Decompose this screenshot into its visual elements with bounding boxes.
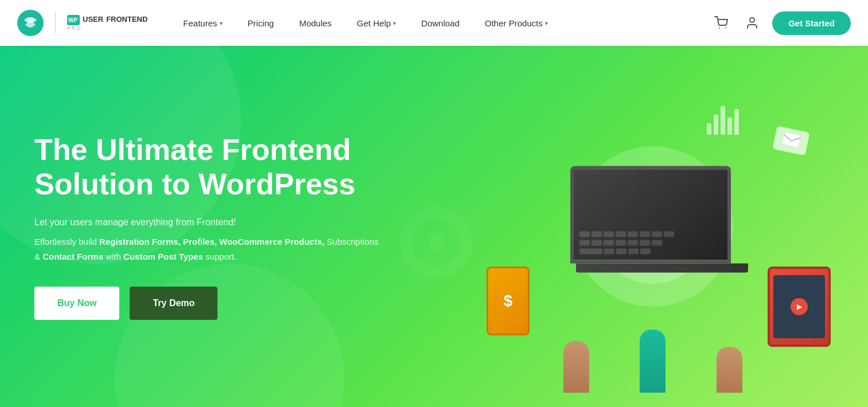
hands-area	[538, 324, 768, 393]
phone-device-left: $	[486, 267, 530, 335]
svg-point-5	[750, 18, 754, 22]
chart-decoration	[707, 106, 739, 135]
dollar-icon: $	[504, 292, 513, 310]
hand-right	[717, 347, 742, 393]
hero-content: The Ultimate Frontend Solution to WordPr…	[0, 133, 413, 320]
tablet-play-icon: ▶	[791, 298, 808, 315]
hero-subtitle: Let your users manage everything from Fr…	[34, 217, 379, 228]
key	[591, 240, 602, 245]
main-nav: Features ▾ Pricing Modules Get Help ▾ Do…	[170, 0, 710, 46]
hero-description: Effortlessly build Registration Forms, P…	[34, 234, 379, 264]
hero-buttons: Buy Now Try Demo	[34, 287, 379, 320]
key	[579, 231, 590, 237]
hero-section: ⊙ The Ultimate Frontend Solution to Word…	[0, 46, 868, 407]
chart-bar	[721, 106, 725, 135]
other-products-chevron-icon: ▾	[545, 20, 548, 26]
features-chevron-icon: ▾	[220, 20, 223, 26]
logo-area[interactable]: WP USER FRONTEND PRO	[17, 10, 147, 36]
chart-bar	[714, 115, 718, 135]
frontend-label: FRONTEND	[106, 15, 147, 24]
cart-button[interactable]	[710, 12, 732, 34]
pro-label: PRO	[67, 26, 147, 32]
nav-features[interactable]: Features ▾	[170, 0, 235, 46]
illustration: ▶	[452, 60, 854, 393]
cart-icon	[714, 16, 728, 30]
laptop-screen	[570, 166, 731, 263]
svg-text:WP: WP	[68, 17, 77, 24]
key	[579, 240, 590, 245]
logo-divider	[55, 13, 56, 33]
nav-right: Get Started	[710, 11, 851, 35]
hero-title: The Ultimate Frontend Solution to WordPr…	[34, 133, 379, 202]
tablet-screen: ▶	[773, 275, 825, 338]
key	[640, 248, 651, 254]
tablet-device-right: ▶	[768, 267, 831, 347]
key	[616, 240, 626, 245]
key	[640, 240, 650, 245]
keyboard	[579, 231, 722, 254]
get-help-chevron-icon: ▾	[393, 20, 396, 26]
try-demo-button[interactable]: Try Demo	[130, 287, 217, 320]
hand-left	[563, 341, 589, 393]
key	[616, 248, 626, 254]
key	[640, 231, 650, 237]
key	[604, 248, 614, 254]
brand-logo-icon	[17, 10, 44, 36]
user-frontend-label: USER	[83, 15, 103, 24]
wp-icon: WP	[67, 15, 80, 25]
key	[652, 240, 662, 245]
hand-center	[640, 330, 665, 393]
buy-now-button[interactable]: Buy Now	[34, 287, 119, 320]
key	[664, 231, 674, 237]
keyboard-row	[579, 248, 722, 254]
nav-other-products[interactable]: Other Products ▾	[472, 0, 560, 46]
key	[604, 231, 614, 237]
nav-download[interactable]: Download	[408, 0, 472, 46]
svg-point-3	[719, 28, 720, 29]
chart-bar	[727, 118, 732, 135]
key	[579, 248, 602, 254]
chart-bar	[734, 109, 739, 135]
keyboard-row	[579, 240, 722, 245]
svg-point-4	[725, 28, 726, 29]
nav-pricing[interactable]: Pricing	[235, 0, 287, 46]
key	[628, 240, 638, 245]
key	[616, 231, 626, 237]
user-icon	[745, 16, 759, 30]
key	[628, 231, 638, 237]
laptop-base	[576, 263, 748, 272]
key	[591, 231, 602, 237]
account-button[interactable]	[741, 12, 763, 34]
hero-visual: ▶	[438, 46, 868, 407]
keyboard-row	[579, 231, 722, 237]
key	[604, 240, 614, 245]
logo-text: WP USER FRONTEND PRO	[67, 15, 147, 32]
navbar: WP USER FRONTEND PRO Features ▾ Pricing …	[0, 0, 868, 46]
nav-get-help[interactable]: Get Help ▾	[344, 0, 408, 46]
key	[628, 248, 639, 254]
email-decoration	[772, 126, 809, 155]
key	[652, 231, 662, 237]
chart-bar	[707, 123, 711, 135]
get-started-button[interactable]: Get Started	[772, 11, 851, 35]
nav-modules[interactable]: Modules	[286, 0, 344, 46]
laptop-device	[570, 166, 754, 292]
envelope-icon	[781, 132, 801, 148]
